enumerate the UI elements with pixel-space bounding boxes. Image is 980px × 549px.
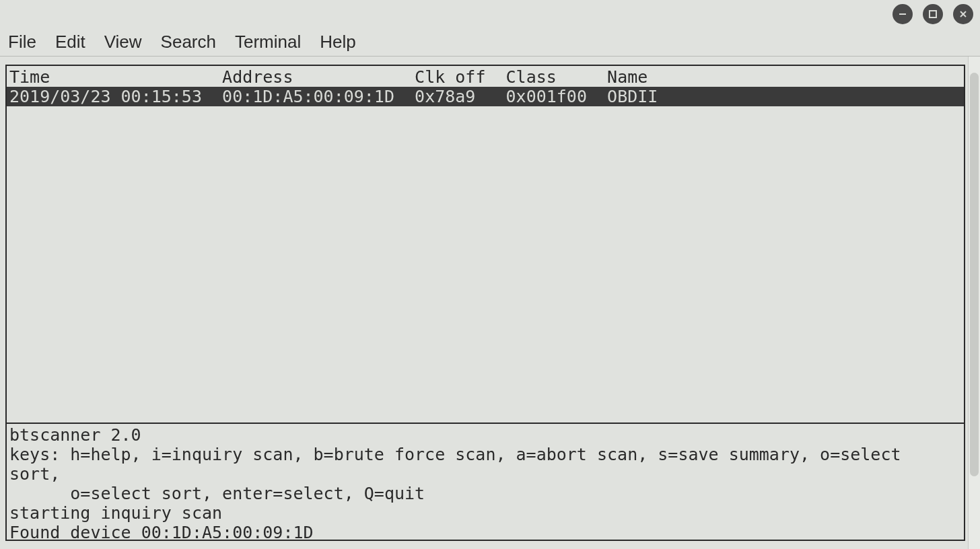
header-address: Address <box>222 67 293 87</box>
maximize-button[interactable] <box>923 4 943 24</box>
status-line-version: btscanner 2.0 <box>9 425 961 445</box>
window-titlebar <box>0 0 980 28</box>
menu-view[interactable]: View <box>104 32 142 52</box>
status-line-scan: starting inquiry scan <box>9 503 961 523</box>
status-line-found: Found device 00:1D:A5:00:09:1D <box>9 523 961 542</box>
menu-terminal[interactable]: Terminal <box>235 32 301 52</box>
svg-rect-0 <box>899 13 906 15</box>
header-time: Time <box>9 67 50 87</box>
status-pane: btscanner 2.0keys: h=help, i=inquiry sca… <box>5 424 965 541</box>
cell-name: OBDII <box>607 87 658 106</box>
status-line-keys1: keys: h=help, i=inquiry scan, b=brute fo… <box>9 445 961 484</box>
menu-search[interactable]: Search <box>161 32 216 52</box>
menu-help[interactable]: Help <box>320 32 355 52</box>
close-icon <box>958 9 969 20</box>
close-button[interactable] <box>953 4 973 24</box>
cell-class: 0x001f00 <box>506 87 587 106</box>
menu-file[interactable]: File <box>8 32 36 52</box>
menubar: File Edit View Search Terminal Help <box>0 28 980 57</box>
status-line-keys2: o=select sort, enter=select, Q=quit <box>9 484 961 503</box>
minimize-button[interactable] <box>893 4 913 24</box>
cell-address: 00:1D:A5:00:09:1D <box>222 87 394 106</box>
maximize-icon <box>928 9 938 20</box>
minimize-icon <box>897 9 908 20</box>
svg-rect-1 <box>930 11 936 17</box>
table-header-row: Time Address Clk off Class Name <box>7 66 964 87</box>
cell-clkoff: 0x78a9 <box>415 87 475 106</box>
vertical-scrollbar[interactable] <box>968 57 980 549</box>
header-clkoff: Clk off <box>415 67 485 87</box>
terminal-content[interactable]: Time Address Clk off Class Name 2019/03/… <box>5 65 965 541</box>
menu-edit[interactable]: Edit <box>55 32 85 52</box>
header-class: Class <box>506 67 557 87</box>
table-row[interactable]: 2019/03/23 00:15:53 00:1D:A5:00:09:1D 0x… <box>7 87 964 106</box>
header-name: Name <box>607 67 648 87</box>
scrollbar-thumb[interactable] <box>970 73 979 476</box>
device-list-pane: Time Address Clk off Class Name 2019/03/… <box>5 65 965 424</box>
cell-time: 2019/03/23 00:15:53 <box>9 87 202 106</box>
